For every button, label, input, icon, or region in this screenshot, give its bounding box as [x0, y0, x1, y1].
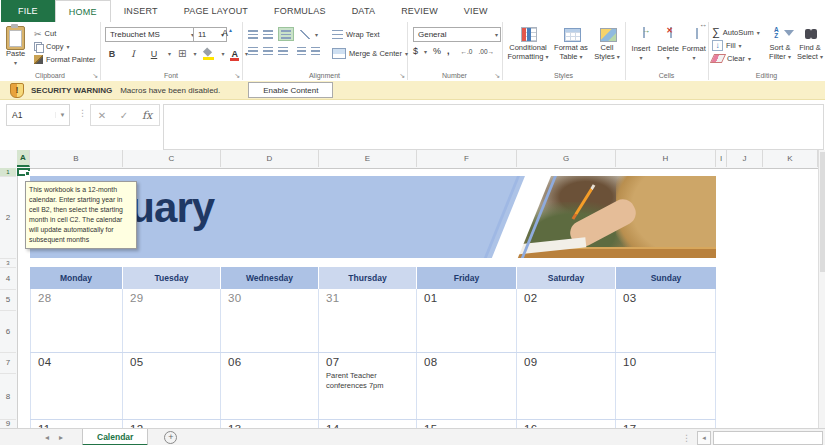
format-cells-button[interactable]: Format▾ [681, 28, 707, 62]
column-header-b[interactable]: B [30, 150, 123, 167]
conditional-formatting-button[interactable]: Conditional Formatting ▾ [506, 27, 550, 61]
day-header-tuesday[interactable]: Tuesday [123, 267, 221, 289]
column-header-k[interactable]: K [763, 150, 818, 167]
day-cell[interactable]: 08 [417, 353, 517, 419]
cut-button[interactable]: ✂Cut [34, 27, 96, 40]
formula-bar-splitter[interactable]: ⋮ [78, 108, 87, 118]
paste-button[interactable]: Paste ▾ [6, 26, 25, 67]
horizontal-scrollbar[interactable] [713, 431, 823, 445]
orientation-button[interactable] [299, 30, 310, 39]
insert-function-button[interactable]: fx [142, 109, 152, 122]
day-cell[interactable]: 05 [123, 353, 221, 419]
day-cell[interactable]: 31 [319, 289, 417, 352]
font-dialog-launcher[interactable]: ↘ [234, 72, 240, 79]
clear-button[interactable]: Clear▾ [712, 52, 760, 65]
bold-button[interactable]: B [105, 46, 119, 61]
column-header-h[interactable]: H [616, 150, 716, 167]
day-cell[interactable]: 14 [319, 420, 417, 428]
font-name-select[interactable]: Trebuchet MS▾ [105, 27, 197, 42]
column-header-j[interactable]: J [727, 150, 763, 167]
day-cell[interactable]: 13 [221, 420, 319, 428]
day-cell[interactable]: 30 [221, 289, 319, 352]
day-cell[interactable]: 03 [616, 289, 716, 352]
column-header-e[interactable]: E [319, 150, 417, 167]
cell-styles-button[interactable]: Cell Styles ▾ [592, 27, 622, 61]
wrap-text-button[interactable]: Wrap Text [332, 28, 380, 41]
day-header-sunday[interactable]: Sunday [616, 267, 716, 289]
sheet-nav-left-icon[interactable]: ◂ [40, 433, 54, 442]
format-as-table-button[interactable]: Format as Table ▾ [552, 27, 590, 61]
column-header-d[interactable]: D [221, 150, 319, 167]
row-header-9[interactable]: 9 [0, 419, 16, 428]
column-header-i[interactable]: I [716, 150, 727, 167]
day-cell[interactable]: 17 [616, 420, 716, 428]
align-right-button[interactable] [278, 47, 288, 56]
sort-filter-button[interactable]: AZ Sort & Filter ▾ [766, 27, 794, 61]
percent-button[interactable]: % [433, 46, 441, 56]
currency-button[interactable]: $ [413, 46, 418, 56]
clipboard-dialog-launcher[interactable]: ↘ [92, 72, 98, 79]
day-cell[interactable]: 11 [30, 420, 123, 428]
copy-button[interactable]: Copy▾ [34, 40, 96, 53]
day-header-friday[interactable]: Friday [417, 267, 517, 289]
number-dialog-launcher[interactable]: ↘ [494, 72, 500, 79]
day-cell[interactable]: 06 [221, 353, 319, 419]
insert-cells-button[interactable]: Insert▾ [628, 28, 654, 62]
delete-cells-button[interactable]: Delete▾ [655, 28, 681, 62]
formula-bar-input[interactable] [163, 104, 824, 150]
tab-data[interactable]: DATA [339, 0, 388, 22]
hscroll-left-icon[interactable]: ◂ [697, 431, 711, 445]
bottom-align-button[interactable] [278, 27, 294, 41]
new-sheet-button[interactable]: + [164, 431, 177, 444]
comma-button[interactable]: , [447, 46, 450, 56]
day-cell[interactable]: 29 [123, 289, 221, 352]
increase-decimal-icon[interactable]: ←.0 [461, 48, 473, 55]
sheet-tab-calendar[interactable]: Calendar [82, 429, 148, 445]
row-header-7[interactable]: 7 [0, 352, 16, 374]
align-center-button[interactable] [263, 47, 273, 56]
row-header-5[interactable]: 5 [0, 289, 16, 311]
tab-insert[interactable]: INSERT [111, 0, 171, 22]
day-cell[interactable]: 07Parent Teacher conferences 7pm [319, 353, 417, 419]
day-cell[interactable]: 16 [517, 420, 616, 428]
find-select-button[interactable]: Find & Select ▾ [796, 27, 824, 61]
day-cell[interactable]: 15 [417, 420, 517, 428]
column-header-g[interactable]: G [517, 150, 616, 167]
italic-button[interactable]: I [126, 46, 140, 61]
alignment-dialog-launcher[interactable]: ↘ [399, 72, 405, 79]
tab-home[interactable]: HOME [55, 0, 111, 22]
name-box[interactable]: A1 ▼ [6, 104, 70, 126]
enable-content-button[interactable]: Enable Content [248, 82, 333, 98]
column-header-f[interactable]: F [417, 150, 517, 167]
tab-page-layout[interactable]: PAGE LAYOUT [171, 0, 261, 22]
row-header-2[interactable]: 2 [0, 176, 16, 259]
day-header-thursday[interactable]: Thursday [319, 267, 417, 289]
day-header-monday[interactable]: Monday [30, 267, 123, 289]
tab-file[interactable]: FILE [1, 0, 55, 22]
day-cell[interactable]: 04 [30, 353, 123, 419]
column-header-a[interactable]: A [17, 150, 30, 167]
tab-review[interactable]: REVIEW [388, 0, 451, 22]
row-header-8[interactable]: 8 [0, 373, 16, 420]
name-box-caret-icon[interactable]: ▼ [55, 112, 69, 118]
day-cell[interactable]: 09 [517, 353, 616, 419]
increase-indent-button[interactable] [311, 47, 320, 56]
grow-font-button[interactable]: A▲ [222, 27, 233, 38]
autosum-button[interactable]: ∑AutoSum▾ [712, 26, 760, 39]
day-header-wednesday[interactable]: Wednesday [221, 267, 319, 289]
enter-icon[interactable]: ✓ [120, 110, 128, 121]
day-cell[interactable]: 12 [123, 420, 221, 428]
decrease-decimal-icon[interactable]: .00→ [478, 48, 494, 55]
align-left-button[interactable] [248, 47, 258, 56]
selected-cell-a1[interactable] [17, 168, 30, 176]
borders-button[interactable]: ⊞ [178, 49, 186, 59]
fill-color-button[interactable] [203, 49, 214, 58]
day-cell[interactable]: 28 [30, 289, 123, 352]
merge-center-button[interactable]: Merge & Center▾ [332, 47, 408, 60]
fill-button[interactable]: ↓Fill▾ [712, 39, 760, 52]
number-format-select[interactable]: General▾ [413, 27, 501, 42]
sheet-nav-right-icon[interactable]: ▸ [54, 433, 68, 442]
column-header-c[interactable]: C [123, 150, 221, 167]
day-cell[interactable]: 02 [517, 289, 616, 352]
cancel-icon[interactable]: ✕ [98, 110, 106, 121]
